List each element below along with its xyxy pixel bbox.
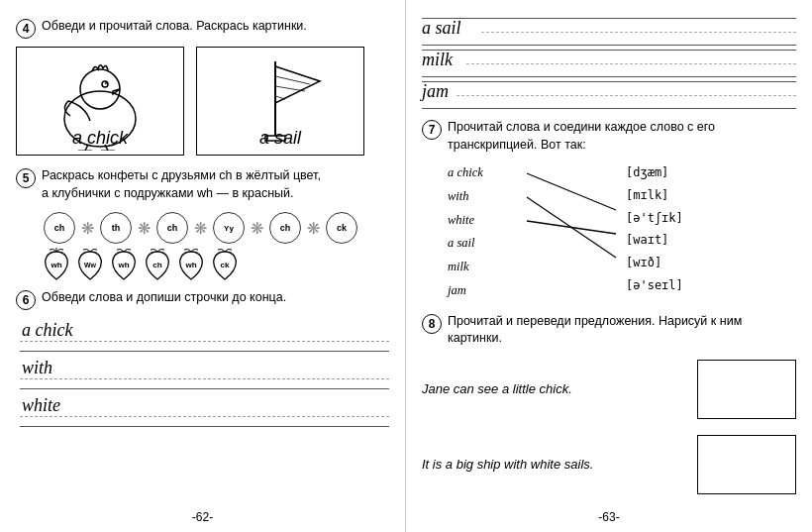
- strawberry-row: wh Ww wh ch wh: [42, 248, 389, 281]
- match-word-asail: a sail: [448, 232, 527, 256]
- task8-number: 8: [422, 314, 442, 334]
- chick-label: a chick: [17, 128, 183, 149]
- task4-header: 4 Обведи и прочитай слова. Раскрась карт…: [16, 18, 389, 39]
- match-word-milk: milk: [448, 256, 527, 279]
- bow4: ❋: [251, 219, 263, 238]
- task4-images: a chick a sail: [16, 47, 389, 156]
- writing-line-achick: a chick: [20, 318, 389, 352]
- svg-text:Ww: Ww: [84, 262, 97, 268]
- sentence-row-1: Jane can see a little chick.: [422, 360, 796, 419]
- word-asail: a sail: [422, 18, 461, 39]
- candy-ch1: ch: [44, 212, 75, 244]
- right-page-number: -63-: [598, 510, 619, 524]
- task7-matching: a chick with white a sail milk jam [dʒæm…: [448, 161, 796, 303]
- left-page: 4 Обведи и прочитай слова. Раскрась карт…: [0, 0, 406, 532]
- task8-header: 8 Прочитай и переведи предложения. Нарис…: [422, 313, 796, 348]
- task4-number: 4: [16, 19, 36, 39]
- match-trans-wait: [waɪt]: [626, 229, 745, 252]
- drawing-box-2[interactable]: [697, 435, 796, 494]
- word-with: with: [22, 358, 52, 378]
- task7-instruction: Прочитай слова и соедини каждое слово с …: [448, 119, 796, 154]
- match-trans-milk: [mɪlk]: [626, 184, 745, 207]
- straw-wh2: wh: [109, 248, 139, 281]
- task6-instruction: Обведи слова и допиши строчки до конца.: [42, 289, 286, 307]
- match-word-white: white: [448, 209, 527, 233]
- match-trans-aseil: [ə'seɪl]: [626, 274, 745, 297]
- task8-instruction: Прочитай и переведи предложения. Нарисуй…: [448, 313, 796, 348]
- candy-th: th: [100, 212, 132, 244]
- match-trans-djam: [dʒæm]: [626, 161, 745, 184]
- svg-text:wh: wh: [117, 261, 129, 269]
- word-white: white: [22, 395, 60, 416]
- svg-line-25: [527, 221, 616, 234]
- bow2: ❋: [138, 219, 151, 238]
- svg-point-1: [80, 69, 120, 109]
- left-page-number: -62-: [192, 510, 213, 524]
- sail-label: a sail: [197, 128, 363, 149]
- svg-point-2: [102, 81, 108, 87]
- candy-ch3: ch: [269, 212, 301, 244]
- bow3: ❋: [194, 219, 207, 238]
- right-writing-asail: a sail: [422, 18, 796, 46]
- candy-ck: ck: [326, 212, 357, 244]
- task5-header: 5 Раскрась конфеты с друзьями ch в жёлты…: [16, 167, 389, 202]
- right-writing-milk: milk: [422, 50, 796, 77]
- straw-wh: wh: [42, 248, 71, 281]
- straw-wh3: wh: [176, 248, 206, 281]
- match-words-left: a chick with white a sail milk jam: [448, 161, 527, 303]
- task6-number: 6: [16, 290, 36, 310]
- task5-instruction: Раскрась конфеты с друзьями ch в жёлтый …: [42, 167, 321, 202]
- task7-header: 7 Прочитай слова и соедини каждое слово …: [422, 119, 796, 154]
- task4-instruction: Обведи и прочитай слова. Раскрась картин…: [42, 18, 307, 36]
- task7-number: 7: [422, 120, 442, 140]
- svg-point-3: [105, 82, 107, 84]
- match-word-with: with: [448, 185, 527, 209]
- bow1: ❋: [81, 219, 94, 238]
- bow5: ❋: [307, 219, 320, 238]
- candy-ch2: ch: [156, 212, 188, 244]
- match-words-right: [dʒæm] [mɪlk] [ə'tʃɪk] [waɪt] [wɪð] [ə's…: [626, 161, 745, 303]
- writing-line-with: with: [20, 356, 389, 389]
- straw-ck: ck: [210, 248, 240, 281]
- candy-yy: Yy: [213, 212, 245, 244]
- word-achick: a chick: [22, 320, 72, 341]
- task6-header: 6 Обведи слова и допиши строчки до конца…: [16, 289, 389, 310]
- match-word-achick: a chick: [448, 161, 527, 185]
- sentence-1: Jane can see a little chick.: [422, 381, 689, 396]
- straw-ch: ch: [143, 248, 172, 281]
- svg-line-13: [275, 76, 310, 84]
- task6-writing-area: a chick with white: [20, 318, 389, 427]
- right-page: a sail milk jam 7 Прочитай слова и соеди…: [406, 0, 812, 532]
- candy-row: ch ❋ th ❋ ch ❋ Yy ❋ ch ❋ ck: [42, 210, 389, 246]
- svg-line-15: [275, 96, 285, 99]
- svg-text:wh: wh: [50, 261, 61, 269]
- word-milk: milk: [422, 50, 453, 70]
- chick-image-box: a chick: [16, 47, 184, 156]
- word-jam: jam: [422, 81, 449, 102]
- svg-text:wh: wh: [184, 261, 196, 269]
- writing-line-white: white: [20, 393, 389, 427]
- match-trans-achick: [ə'tʃɪk]: [626, 207, 745, 230]
- drawing-box-1[interactable]: [697, 360, 796, 419]
- svg-text:ch: ch: [152, 261, 161, 269]
- task8-sentences: Jane can see a little chick. It is a big…: [422, 360, 796, 494]
- sail-image-box: a sail: [196, 47, 364, 156]
- match-word-jam: jam: [448, 279, 527, 303]
- svg-line-14: [275, 86, 305, 91]
- straw-ww: Ww: [75, 248, 105, 281]
- svg-text:ck: ck: [221, 261, 230, 269]
- sentence-row-2: It is a big ship with white sails.: [422, 435, 796, 494]
- sentence-2: It is a big ship with white sails.: [422, 457, 689, 472]
- match-trans-wid: [wɪð]: [626, 252, 745, 274]
- match-lines-svg: [522, 161, 621, 305]
- right-writing-jam: jam: [422, 81, 796, 109]
- svg-line-23: [527, 173, 616, 210]
- task5-number: 5: [16, 168, 36, 188]
